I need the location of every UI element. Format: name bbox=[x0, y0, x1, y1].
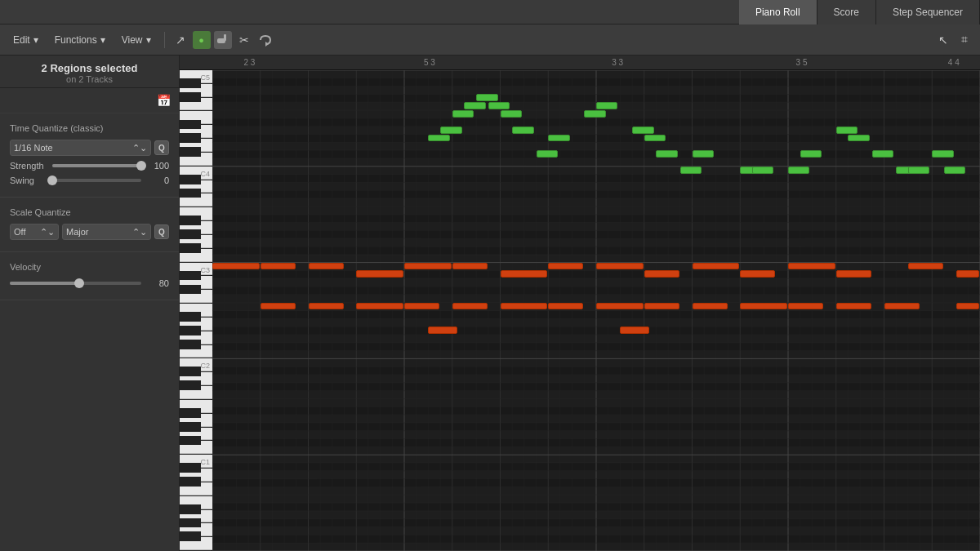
scale-major-select[interactable]: Major ⌃⌄ bbox=[62, 224, 151, 240]
note[interactable] bbox=[693, 303, 728, 310]
note[interactable] bbox=[596, 263, 644, 270]
note[interactable] bbox=[548, 135, 569, 142]
note[interactable] bbox=[404, 263, 452, 270]
note[interactable] bbox=[884, 303, 920, 310]
black-key[interactable] bbox=[180, 147, 201, 157]
velocity-slider[interactable] bbox=[10, 282, 141, 285]
black-key[interactable] bbox=[180, 518, 201, 528]
note[interactable] bbox=[800, 150, 822, 158]
grid-area[interactable] bbox=[212, 70, 980, 551]
note[interactable] bbox=[740, 270, 775, 278]
view-menu[interactable]: View ▾ bbox=[115, 32, 158, 48]
black-key[interactable] bbox=[180, 271, 201, 281]
note[interactable] bbox=[908, 167, 929, 174]
note[interactable] bbox=[872, 150, 893, 158]
note[interactable] bbox=[428, 327, 457, 334]
tab-step-sequencer[interactable]: Step Sequencer bbox=[876, 0, 980, 24]
scale-q-btn[interactable]: Q bbox=[154, 224, 169, 239]
note[interactable] bbox=[932, 150, 953, 158]
note[interactable] bbox=[693, 263, 740, 270]
note[interactable] bbox=[836, 127, 858, 134]
quantize-select[interactable]: 1/16 Note ⌃⌄ bbox=[10, 140, 151, 156]
note[interactable] bbox=[488, 102, 510, 109]
black-key[interactable] bbox=[180, 133, 201, 143]
black-key[interactable] bbox=[180, 367, 201, 376]
black-key[interactable] bbox=[180, 463, 201, 473]
black-key[interactable] bbox=[180, 408, 201, 418]
note[interactable] bbox=[440, 127, 461, 134]
black-key[interactable] bbox=[180, 229, 201, 239]
note[interactable] bbox=[752, 167, 773, 174]
note[interactable] bbox=[452, 263, 488, 270]
note[interactable] bbox=[644, 135, 666, 142]
note[interactable] bbox=[836, 303, 871, 310]
note[interactable] bbox=[356, 303, 403, 310]
tab-piano-roll[interactable]: Piano Roll bbox=[739, 0, 817, 24]
pointer-tool-icon[interactable]: ↖ bbox=[934, 31, 952, 49]
scissors-icon[interactable]: ✂ bbox=[235, 31, 253, 49]
note[interactable] bbox=[512, 127, 533, 134]
note[interactable] bbox=[309, 263, 344, 270]
note[interactable] bbox=[944, 167, 965, 174]
note[interactable] bbox=[261, 303, 296, 310]
note[interactable] bbox=[788, 263, 835, 270]
note[interactable] bbox=[404, 303, 439, 310]
note[interactable] bbox=[212, 263, 260, 270]
black-key[interactable] bbox=[180, 422, 201, 432]
calendar-icon[interactable]: 📅 bbox=[154, 91, 172, 109]
note[interactable] bbox=[537, 150, 558, 158]
note[interactable] bbox=[656, 150, 677, 158]
midi-in-icon[interactable]: ● bbox=[193, 31, 211, 49]
functions-menu[interactable]: Functions ▾ bbox=[48, 32, 112, 48]
note[interactable] bbox=[584, 110, 605, 118]
note[interactable] bbox=[788, 167, 809, 174]
note[interactable] bbox=[908, 263, 943, 270]
note[interactable] bbox=[632, 127, 653, 134]
note[interactable] bbox=[620, 327, 649, 334]
note[interactable] bbox=[596, 303, 644, 310]
note[interactable] bbox=[548, 303, 583, 310]
note[interactable] bbox=[501, 110, 522, 118]
note[interactable] bbox=[548, 263, 583, 270]
black-key[interactable] bbox=[180, 312, 201, 322]
strength-slider[interactable] bbox=[52, 164, 141, 167]
black-key[interactable] bbox=[180, 243, 201, 253]
note[interactable] bbox=[501, 303, 548, 310]
black-key[interactable] bbox=[180, 531, 201, 541]
note[interactable] bbox=[261, 263, 296, 270]
black-key[interactable] bbox=[180, 120, 201, 130]
swing-slider[interactable] bbox=[52, 179, 141, 182]
note[interactable] bbox=[740, 303, 787, 310]
scale-off-select[interactable]: Off ⌃⌄ bbox=[10, 224, 59, 240]
black-key[interactable] bbox=[180, 92, 201, 102]
note[interactable] bbox=[452, 303, 488, 310]
note-mode-icon[interactable] bbox=[214, 31, 232, 49]
lasso-tool-icon[interactable]: ⌗ bbox=[956, 31, 973, 49]
black-key[interactable] bbox=[180, 380, 201, 390]
loop-icon[interactable] bbox=[256, 31, 274, 49]
black-key[interactable] bbox=[180, 477, 201, 487]
note[interactable] bbox=[501, 270, 548, 278]
note[interactable] bbox=[644, 303, 679, 310]
note[interactable] bbox=[680, 167, 702, 174]
black-key[interactable] bbox=[180, 78, 201, 88]
note[interactable] bbox=[356, 270, 403, 278]
black-key[interactable] bbox=[180, 340, 201, 349]
note[interactable] bbox=[464, 102, 485, 109]
cursor-tool-icon[interactable]: ↗ bbox=[172, 31, 189, 49]
note[interactable] bbox=[452, 110, 474, 118]
note[interactable] bbox=[956, 303, 979, 310]
note[interactable] bbox=[309, 303, 344, 310]
note[interactable] bbox=[596, 102, 617, 109]
note[interactable] bbox=[848, 135, 869, 142]
note[interactable] bbox=[693, 150, 714, 158]
note[interactable] bbox=[428, 135, 449, 142]
note[interactable] bbox=[788, 303, 823, 310]
quantize-q-btn[interactable]: Q bbox=[154, 140, 169, 155]
black-key[interactable] bbox=[180, 285, 201, 295]
black-key[interactable] bbox=[180, 504, 201, 514]
note[interactable] bbox=[836, 270, 871, 278]
black-key[interactable] bbox=[180, 436, 201, 446]
note[interactable] bbox=[644, 270, 679, 278]
black-key[interactable] bbox=[180, 189, 201, 198]
